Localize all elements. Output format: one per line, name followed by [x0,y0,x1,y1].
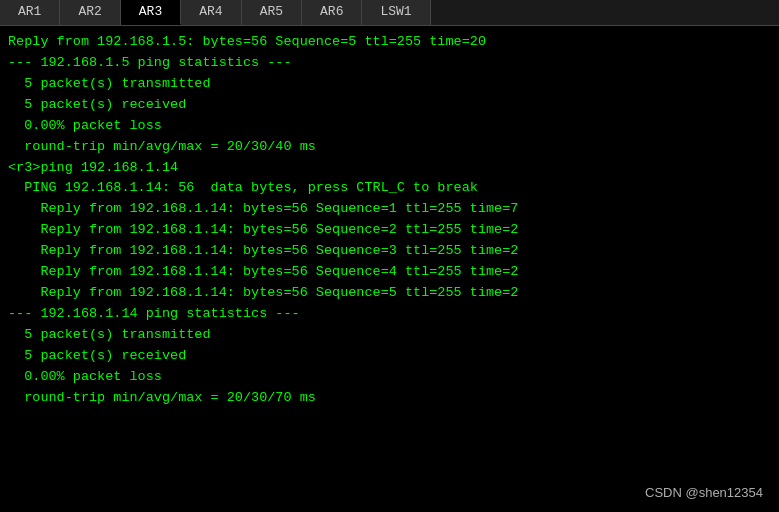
tab-lsw1[interactable]: LSW1 [362,0,430,25]
tab-bar: AR1AR2AR3AR4AR5AR6LSW1 [0,0,779,26]
terminal-line: Reply from 192.168.1.14: bytes=56 Sequen… [8,220,771,241]
tab-ar6[interactable]: AR6 [302,0,362,25]
terminal-line: Reply from 192.168.1.5: bytes=56 Sequenc… [8,32,771,53]
terminal-line: PING 192.168.1.14: 56 data bytes, press … [8,178,771,199]
tab-ar3[interactable]: AR3 [121,0,181,25]
terminal-line: 5 packet(s) received [8,95,771,116]
terminal-line: Reply from 192.168.1.14: bytes=56 Sequen… [8,199,771,220]
tab-ar1[interactable]: AR1 [0,0,60,25]
terminal: Reply from 192.168.1.5: bytes=56 Sequenc… [0,26,779,510]
terminal-line: Reply from 192.168.1.14: bytes=56 Sequen… [8,262,771,283]
terminal-line: 0.00% packet loss [8,116,771,137]
watermark: CSDN @shen12354 [645,485,763,500]
terminal-line: round-trip min/avg/max = 20/30/70 ms [8,388,771,409]
terminal-line: Reply from 192.168.1.14: bytes=56 Sequen… [8,283,771,304]
terminal-line: round-trip min/avg/max = 20/30/40 ms [8,137,771,158]
terminal-line: 5 packet(s) transmitted [8,74,771,95]
terminal-line: 5 packet(s) transmitted [8,325,771,346]
tab-ar4[interactable]: AR4 [181,0,241,25]
terminal-line: 5 packet(s) received [8,346,771,367]
terminal-line: Reply from 192.168.1.14: bytes=56 Sequen… [8,241,771,262]
terminal-line: <r3>ping 192.168.1.14 [8,158,771,179]
terminal-line: --- 192.168.1.5 ping statistics --- [8,53,771,74]
tab-ar2[interactable]: AR2 [60,0,120,25]
tab-ar5[interactable]: AR5 [242,0,302,25]
terminal-line: 0.00% packet loss [8,367,771,388]
terminal-line: --- 192.168.1.14 ping statistics --- [8,304,771,325]
